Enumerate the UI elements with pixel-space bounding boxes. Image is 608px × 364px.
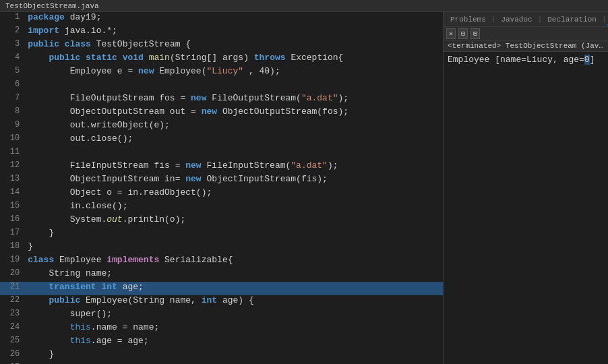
token-plain: Employee — [54, 255, 107, 265]
file-title: TestObjectStream.java — [5, 2, 99, 10]
line-content: Employee e = new Employee("Liucy" , 40); — [25, 66, 443, 80]
token-out-kw: out — [107, 214, 122, 224]
line-number: 21 — [0, 282, 25, 295]
token-plain: ObjectInputStream in= — [28, 174, 185, 184]
token-plain: Employee( — [154, 66, 206, 76]
token-kw: throws — [254, 53, 286, 63]
token-kw: new — [202, 107, 217, 117]
line-content: FileOutputStream fos = new FileOutputStr… — [25, 93, 443, 107]
code-table: 1package day19;2import java.io.*;3public… — [0, 12, 443, 364]
line-content: super(); — [25, 309, 443, 322]
main-container: 1package day19;2import java.io.*;3public… — [0, 12, 608, 364]
token-kw: public — [49, 53, 80, 63]
code-line: 11 — [0, 147, 443, 160]
token-plain: FileInputStream( — [202, 160, 291, 171]
line-number: 1 — [0, 12, 25, 26]
line-content: public Employee(String name, int age) { — [25, 295, 443, 309]
toolbar-btn-1[interactable]: ✕ — [446, 28, 456, 39]
line-number: 25 — [0, 336, 25, 349]
code-line: 1package day19; — [0, 12, 443, 26]
tab-declaration[interactable]: Declaration — [543, 14, 601, 25]
code-line: 7 FileOutputStream fos = new FileOutputS… — [0, 93, 443, 107]
token-kw: package — [28, 12, 65, 22]
token-plain — [59, 39, 65, 49]
code-line: 25 this.age = age; — [0, 336, 443, 349]
token-kw: new — [185, 160, 201, 171]
token-kw: import — [28, 26, 59, 36]
token-plain: FileOutputStream fos = — [28, 93, 191, 103]
line-number: 15 — [0, 201, 25, 214]
line-number: 8 — [0, 107, 25, 120]
token-kw: public — [28, 39, 59, 49]
code-line: 19class Employee implements Serializable… — [0, 255, 443, 268]
tab-problems[interactable]: Problems — [446, 14, 490, 25]
console-header: <terminated> TestObjectStream (Java Appl… — [444, 40, 608, 52]
line-content: } — [25, 241, 443, 255]
line-content: public class TestObjectStream { — [25, 39, 443, 53]
code-line: 18} — [0, 241, 443, 255]
token-kw: class — [65, 39, 91, 49]
line-content: String name; — [25, 268, 443, 282]
code-line: 24 this.name = name; — [0, 322, 443, 336]
token-plain — [144, 53, 149, 63]
line-number: 23 — [0, 309, 25, 322]
line-content: } — [25, 349, 443, 363]
token-plain: Serializable{ — [159, 255, 233, 265]
token-plain: FileInputStream fis = — [28, 160, 185, 171]
toolbar-btn-3[interactable]: ⊞ — [470, 28, 480, 39]
token-plain: out.writeObject(e); — [28, 120, 170, 130]
code-line: 20 String name; — [0, 268, 443, 282]
code-line: 22 public Employee(String name, int age)… — [0, 295, 443, 309]
line-number: 7 — [0, 93, 25, 107]
token-plain: } — [28, 241, 33, 251]
token-str: "a.dat" — [291, 160, 328, 171]
tab-javadoc[interactable]: Javadoc — [497, 14, 536, 25]
token-plain: .println(o); — [123, 214, 186, 224]
code-line: 13 ObjectInputStream in= new ObjectInput… — [0, 174, 443, 187]
code-line: 12 FileInputStream fis = new FileInputSt… — [0, 160, 443, 174]
token-kw: int — [202, 295, 217, 305]
token-kw: new — [185, 174, 201, 184]
line-number: 13 — [0, 174, 25, 187]
token-plain: ); — [328, 160, 338, 171]
token-plain: in.close(); — [28, 201, 127, 211]
code-line: 8 ObjectOutputStream out = new ObjectOut… — [0, 107, 443, 120]
line-content: public static void main(String[] args) t… — [25, 53, 443, 66]
line-content: ObjectOutputStream out = new ObjectOutpu… — [25, 107, 443, 120]
line-content: } — [25, 228, 443, 241]
code-line: 5 Employee e = new Employee("Liucy" , 40… — [0, 66, 443, 80]
token-kw: new — [191, 93, 206, 103]
code-line: 14 Object o = in.readObject(); — [0, 187, 443, 201]
token-plain: ObjectInputStream(fis); — [202, 174, 328, 184]
token-kw: int — [101, 282, 117, 292]
token-plain: ObjectOutputStream(fos); — [217, 107, 348, 117]
line-number: 22 — [0, 295, 25, 309]
token-kw: void — [123, 53, 144, 63]
token-fn: main — [149, 53, 170, 63]
token-kw: transient — [28, 282, 96, 292]
code-line: 15 in.close(); — [0, 201, 443, 214]
token-this-kw: this — [28, 322, 91, 332]
token-plain: name; — [86, 268, 112, 278]
token-plain: day19; — [65, 12, 102, 22]
line-number: 10 — [0, 133, 25, 147]
console-toolbar: ✕ ⊟ ⊞ — [444, 27, 608, 40]
code-line: 26 } — [0, 349, 443, 363]
token-plain: Exception{ — [286, 53, 344, 63]
line-number: 4 — [0, 53, 25, 66]
line-content: in.close(); — [25, 201, 443, 214]
line-content: import java.io.*; — [25, 26, 443, 39]
code-line: 4 public static void main(String[] args)… — [0, 53, 443, 66]
line-number: 16 — [0, 214, 25, 228]
line-number: 14 — [0, 187, 25, 201]
console-output: Employee [name=Liucy, age=0] — [444, 52, 608, 364]
toolbar-btn-2[interactable]: ⊟ — [458, 28, 468, 39]
token-plain: java.io.*; — [59, 26, 117, 36]
token-plain: System. — [28, 214, 107, 224]
token-plain: String — [28, 268, 86, 278]
token-kw: new — [138, 66, 154, 76]
token-plain: age) { — [217, 295, 254, 305]
line-number: 18 — [0, 241, 25, 255]
code-panel[interactable]: 1package day19;2import java.io.*;3public… — [0, 12, 443, 364]
token-kw: class — [28, 255, 54, 265]
